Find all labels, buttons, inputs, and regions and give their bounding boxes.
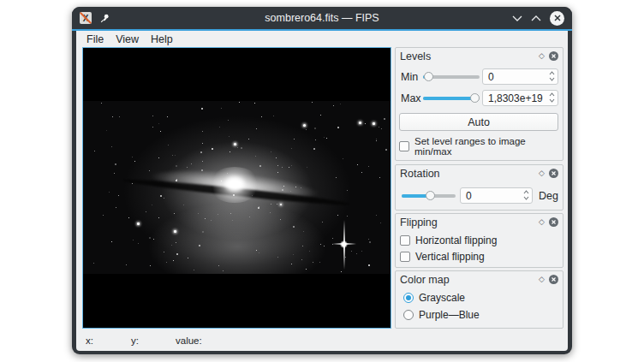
levels-close-icon[interactable] [549, 51, 558, 61]
rotation-slider-handle[interactable] [426, 191, 435, 200]
sombrero-galaxy-image [83, 101, 391, 274]
rotation-dock-title: Rotation [400, 168, 440, 180]
levels-minmax-checkbox[interactable]: Set level ranges to image min/max [399, 136, 563, 157]
rotation-value: 0 [466, 190, 472, 202]
grayscale-radio-label: Grayscale [419, 292, 465, 304]
rotation-float-icon[interactable]: ◇ [539, 169, 545, 177]
rotation-spin-arrows[interactable] [523, 190, 529, 200]
auto-button[interactable]: Auto [399, 113, 558, 131]
app-window: X sombrero64.fits — FIPS [72, 7, 572, 354]
max-slider-handle[interactable] [470, 93, 480, 103]
rotation-spinbox[interactable]: 0 [460, 187, 533, 204]
status-x-label: x: [86, 335, 131, 346]
min-spin-arrows[interactable] [549, 71, 555, 81]
flipping-dock-title: Flipping [400, 217, 438, 228]
menu-view[interactable]: View [115, 33, 140, 45]
colormap-dock: Color map ◇ Grayscale Purple—Blue [395, 270, 564, 329]
titlebar[interactable]: X sombrero64.fits — FIPS [72, 7, 572, 29]
purple-blue-radio-circle[interactable] [403, 310, 414, 320]
levels-minmax-checkbox-box[interactable] [399, 141, 409, 151]
grayscale-radio[interactable]: Grayscale [403, 292, 465, 304]
close-button[interactable] [550, 11, 564, 26]
levels-dock: Levels ◇ Min 0 [395, 47, 564, 161]
horizontal-flip-label: Horizontal flipping [415, 234, 497, 246]
purple-blue-radio-label: Purple—Blue [419, 309, 480, 321]
max-label: Max [401, 92, 423, 104]
max-spin-arrows[interactable] [549, 92, 555, 103]
statusbar: x: y: value: [76, 329, 568, 351]
vertical-flip-checkbox[interactable]: Vertical flipping [400, 251, 485, 263]
fits-image-view[interactable] [82, 47, 391, 329]
horizontal-flip-checkbox[interactable]: Horizontal flipping [400, 234, 497, 246]
maximize-button[interactable] [531, 15, 541, 21]
min-slider-handle[interactable] [424, 72, 433, 81]
minimize-button[interactable] [512, 15, 522, 21]
purple-blue-radio[interactable]: Purple—Blue [403, 309, 480, 321]
vertical-flip-label: Vertical flipping [415, 251, 485, 263]
rotation-unit-label: Deg [539, 190, 558, 202]
flipping-close-icon[interactable] [549, 217, 558, 227]
menu-file[interactable]: File [86, 33, 104, 45]
levels-float-icon[interactable]: ◇ [539, 52, 545, 60]
max-slider[interactable] [423, 93, 480, 103]
window-title: sombrero64.fits — FIPS [72, 12, 572, 24]
max-value: 1,8303e+19 [488, 92, 543, 104]
status-y-label: y: [131, 335, 176, 346]
colormap-dock-title: Color map [400, 274, 450, 286]
dock-panel: Levels ◇ Min 0 [395, 47, 564, 329]
rotation-dock: Rotation ◇ 0 [395, 164, 564, 211]
status-value-label: value: [176, 335, 202, 346]
flipping-dock: Flipping ◇ Horizontal flipping Vertical … [395, 213, 564, 268]
min-spinbox[interactable]: 0 [482, 68, 558, 85]
menu-help[interactable]: Help [150, 33, 174, 45]
pin-icon[interactable] [99, 13, 110, 24]
menubar: File View Help [76, 31, 568, 47]
min-value: 0 [488, 71, 494, 83]
min-slider[interactable] [423, 72, 480, 81]
bright-star [340, 240, 348, 248]
levels-minmax-checkbox-label: Set level ranges to image min/max [414, 136, 563, 157]
grayscale-radio-circle[interactable] [403, 293, 414, 303]
horizontal-flip-checkbox-box[interactable] [400, 235, 410, 246]
rotation-close-icon[interactable] [549, 169, 558, 178]
rotation-slider[interactable] [402, 191, 456, 200]
flipping-float-icon[interactable]: ◇ [539, 218, 545, 226]
max-spinbox[interactable]: 1,8303e+19 [482, 90, 558, 106]
colormap-float-icon[interactable]: ◇ [539, 276, 545, 283]
levels-dock-title: Levels [400, 50, 431, 62]
colormap-close-icon[interactable] [549, 275, 558, 284]
min-label: Min [401, 71, 423, 83]
app-menu-icon[interactable]: X [80, 12, 92, 24]
galaxy-core [225, 177, 244, 191]
vertical-flip-checkbox-box[interactable] [400, 252, 410, 262]
